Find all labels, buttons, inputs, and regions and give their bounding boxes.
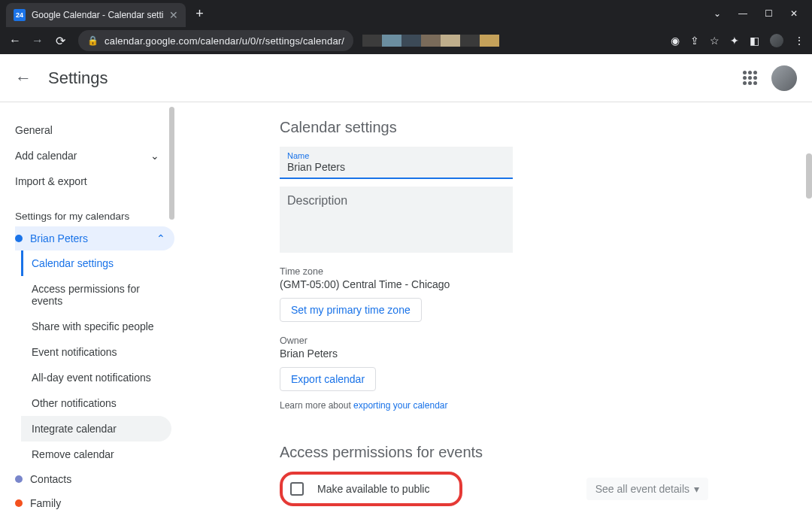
name-label: Name [287, 151, 505, 160]
subnav-allday-notifications[interactable]: All-day event notifications [21, 365, 171, 390]
app-header: ← Settings [0, 54, 812, 102]
owner-value: Brian Peters [280, 347, 782, 360]
url-bar[interactable]: 🔒 calendar.google.com/calendar/u/0/r/set… [78, 30, 353, 51]
chevron-down-icon: ⌄ [150, 150, 159, 162]
back-arrow-icon[interactable]: ← [15, 68, 32, 88]
google-apps-icon[interactable] [743, 71, 758, 86]
close-window-icon[interactable]: ✕ [788, 8, 800, 19]
calendar-color-dot [15, 499, 23, 507]
calendar-name: Brian Peters [30, 232, 88, 244]
profile-avatar-icon[interactable] [770, 34, 783, 47]
account-avatar[interactable] [771, 65, 797, 91]
eye-icon[interactable]: ◉ [671, 35, 680, 47]
browser-tab[interactable]: 24 Google Calendar - Calendar setti ✕ [6, 3, 186, 27]
section-title-access-permissions: Access permissions for events [280, 444, 782, 461]
learn-more-prefix: Learn more about [280, 400, 353, 411]
settings-sidebar: General Add calendar ⌄ Import & export S… [0, 102, 174, 522]
sidebar-calendar-brian-peters[interactable]: Brian Peters ⌃ [15, 226, 174, 250]
sidebar-scrollbar[interactable] [169, 107, 174, 220]
dropdown-arrow-icon: ▾ [694, 483, 699, 495]
main-panel: Calendar settings Name Brian Peters Desc… [174, 102, 812, 522]
exporting-calendar-link[interactable]: exporting your calendar [353, 400, 447, 411]
sidebar-calendar-family[interactable]: Family [15, 491, 174, 515]
subnav-other-notifications[interactable]: Other notifications [21, 390, 171, 416]
url-text: calendar.google.com/calendar/u/0/r/setti… [105, 35, 344, 47]
close-tab-icon[interactable]: ✕ [169, 9, 178, 21]
section-title-calendar-settings: Calendar settings [280, 119, 782, 136]
url-redaction [362, 35, 499, 47]
forward-icon[interactable]: → [30, 34, 45, 47]
star-icon[interactable]: ☆ [710, 35, 720, 47]
sidebar-calendar-contacts[interactable]: Contacts [15, 467, 174, 491]
new-tab-button[interactable]: + [190, 6, 208, 22]
description-label: Description [287, 194, 347, 207]
calendar-name: Contacts [30, 473, 71, 485]
chevron-down-icon[interactable]: ⌄ [711, 8, 723, 19]
name-value: Brian Peters [287, 160, 505, 175]
public-checkbox-label: Make available to public [317, 483, 429, 495]
learn-more: Learn more about exporting your calendar [280, 400, 782, 411]
sidebar-item-add-calendar[interactable]: Add calendar ⌄ [15, 143, 174, 168]
owner-label: Owner [280, 335, 782, 346]
tab-title: Google Calendar - Calendar setti [32, 10, 163, 20]
kebab-menu-icon[interactable]: ⋮ [794, 35, 804, 47]
page-title: Settings [48, 68, 108, 88]
side-panel-icon[interactable]: ◧ [750, 35, 759, 47]
calendar-color-dot [15, 475, 23, 483]
subnav-access-permissions[interactable]: Access permissions for events [21, 276, 171, 314]
sidebar-section-header: Settings for my calendars [15, 211, 174, 222]
reload-icon[interactable]: ⟳ [53, 34, 68, 48]
sidebar-item-import-export[interactable]: Import & export [15, 168, 174, 194]
extensions-icon[interactable]: ✦ [730, 35, 739, 47]
address-bar: ← → ⟳ 🔒 calendar.google.com/calendar/u/0… [0, 27, 812, 54]
calendar-name: Family [30, 497, 61, 509]
sidebar-item-general[interactable]: General [15, 117, 174, 143]
export-calendar-button[interactable]: Export calendar [280, 367, 376, 391]
subnav-share[interactable]: Share with specific people [21, 314, 171, 339]
description-field[interactable]: Description [280, 187, 513, 253]
event-details-select[interactable]: See all event details ▾ [586, 478, 708, 500]
timezone-label: Time zone [280, 266, 782, 277]
browser-tabbar: 24 Google Calendar - Calendar setti ✕ + … [0, 0, 812, 27]
subnav-integrate-calendar[interactable]: Integrate calendar [21, 416, 171, 442]
event-details-label: See all event details [595, 483, 689, 495]
add-calendar-label: Add calendar [15, 150, 77, 162]
set-primary-timezone-button[interactable]: Set my primary time zone [280, 298, 422, 322]
subnav-remove-calendar[interactable]: Remove calendar [21, 442, 171, 467]
maximize-icon[interactable]: ☐ [762, 8, 774, 19]
highlight-annotation: Make available to public [280, 472, 462, 506]
lock-icon: 🔒 [87, 35, 98, 46]
name-field[interactable]: Name Brian Peters [280, 147, 513, 179]
public-checkbox[interactable] [290, 482, 304, 496]
subnav-event-notifications[interactable]: Event notifications [21, 339, 171, 365]
minimize-icon[interactable]: — [737, 8, 749, 19]
share-icon[interactable]: ⇪ [690, 35, 699, 47]
chevron-up-icon: ⌃ [156, 232, 165, 244]
calendar-favicon: 24 [14, 9, 26, 21]
back-icon[interactable]: ← [8, 34, 23, 47]
subnav-calendar-settings[interactable]: Calendar settings [21, 250, 171, 276]
calendar-color-dot [15, 235, 23, 242]
timezone-value: (GMT-05:00) Central Time - Chicago [280, 278, 782, 290]
